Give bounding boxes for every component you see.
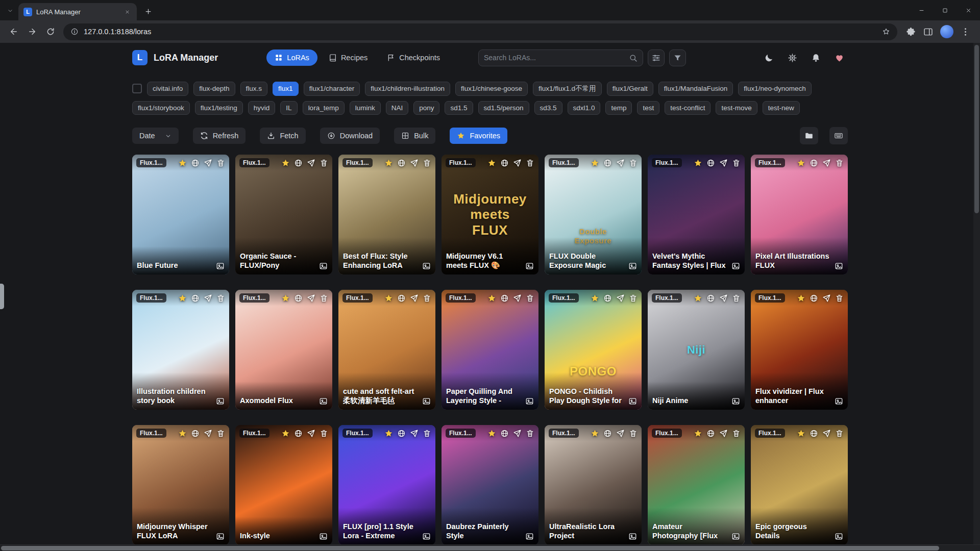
favorites-button[interactable]: Favorites <box>450 128 507 144</box>
tag-pill[interactable]: flux1/testing <box>195 101 243 115</box>
delete-lora-icon[interactable] <box>423 294 431 303</box>
civitai-link-icon[interactable] <box>810 159 818 167</box>
favorite-star-icon[interactable] <box>591 429 599 438</box>
civitai-link-icon[interactable] <box>603 429 612 438</box>
lora-card[interactable]: Flux.1... Daubrez Painterly Style <box>442 425 538 545</box>
delete-lora-icon[interactable] <box>216 159 225 167</box>
profile-avatar[interactable] <box>940 25 953 38</box>
lora-card[interactable]: Double Exposure Flux.1... FLUX Double Ex… <box>545 155 642 274</box>
civitai-link-icon[interactable] <box>500 429 509 438</box>
example-images-icon[interactable] <box>319 532 328 541</box>
favorite-star-icon[interactable] <box>487 159 496 167</box>
tag-pill[interactable]: pony <box>413 101 439 115</box>
civitai-link-icon[interactable] <box>603 294 612 303</box>
tag-pill[interactable]: flux.s <box>240 82 268 96</box>
example-images-icon[interactable] <box>835 262 843 270</box>
example-images-icon[interactable] <box>835 397 843 406</box>
send-lora-icon[interactable] <box>719 429 728 438</box>
example-images-icon[interactable] <box>422 532 431 541</box>
civitai-link-icon[interactable] <box>810 294 818 303</box>
tag-pill[interactable]: flux1/neo-dynomech <box>738 82 812 96</box>
tag-pill[interactable]: test-move <box>716 101 757 115</box>
civitai-link-icon[interactable] <box>810 429 818 438</box>
filter-button[interactable] <box>669 49 686 66</box>
keyboard-shortcuts-button[interactable] <box>829 127 848 144</box>
example-images-icon[interactable] <box>835 532 843 541</box>
example-images-icon[interactable] <box>628 262 637 270</box>
delete-lora-icon[interactable] <box>423 159 431 167</box>
lora-card[interactable]: PONGO Flux.1... PONGO - Childish Play Do… <box>545 290 642 410</box>
delete-lora-icon[interactable] <box>216 429 225 438</box>
send-lora-icon[interactable] <box>513 159 522 167</box>
tag-pill[interactable]: flux1/Geralt <box>607 82 653 96</box>
delete-lora-icon[interactable] <box>526 429 534 438</box>
tag-pill[interactable]: NAI <box>386 101 409 115</box>
favorite-star-icon[interactable] <box>384 429 393 438</box>
vertical-scrollbar[interactable] <box>973 43 980 544</box>
example-images-icon[interactable] <box>628 397 637 406</box>
lora-card[interactable]: Flux.1... Illustration children story bo… <box>132 290 229 410</box>
send-lora-icon[interactable] <box>204 294 212 303</box>
tag-pill[interactable]: temp <box>605 101 632 115</box>
lora-card[interactable]: Flux.1... Paper Quilling And Layering St… <box>442 290 538 410</box>
tag-pill[interactable]: sd1.5 <box>445 101 473 115</box>
lora-card[interactable]: Flux.1... Organic Sauce - FLUX/Pony <box>235 155 332 274</box>
tag-pill[interactable]: sd1.5/person <box>478 101 529 115</box>
delete-lora-icon[interactable] <box>423 429 431 438</box>
civitai-link-icon[interactable] <box>397 159 406 167</box>
minimize-button[interactable] <box>910 0 933 20</box>
favorite-star-icon[interactable] <box>487 429 496 438</box>
tag-pill[interactable]: flux1/storybook <box>132 101 190 115</box>
civitai-link-icon[interactable] <box>706 429 715 438</box>
example-images-icon[interactable] <box>216 262 225 270</box>
favorite-star-icon[interactable] <box>178 294 187 303</box>
support-button[interactable] <box>830 49 848 66</box>
send-lora-icon[interactable] <box>822 159 831 167</box>
nav-tab-recipes[interactable]: Recipes <box>321 49 376 66</box>
delete-lora-icon[interactable] <box>835 429 844 438</box>
favorite-star-icon[interactable] <box>591 294 599 303</box>
select-all-checkbox[interactable] <box>132 84 142 93</box>
civitai-link-icon[interactable] <box>191 429 200 438</box>
favorite-star-icon[interactable] <box>281 294 290 303</box>
search-icon[interactable] <box>629 54 638 62</box>
tag-pill[interactable]: hyvid <box>248 101 276 115</box>
delete-lora-icon[interactable] <box>320 294 328 303</box>
new-tab-button[interactable] <box>141 4 155 18</box>
civitai-link-icon[interactable] <box>706 294 715 303</box>
nav-tab-loras[interactable]: LoRAs <box>266 49 317 66</box>
address-bar[interactable]: 127.0.0.1:8188/loras <box>63 23 897 40</box>
send-lora-icon[interactable] <box>822 294 831 303</box>
tag-pill[interactable]: flux1 <box>273 82 299 96</box>
lora-card[interactable]: Flux.1... UltraRealistic Lora Project <box>545 425 642 545</box>
example-images-icon[interactable] <box>319 397 328 406</box>
example-images-icon[interactable] <box>731 397 740 406</box>
civitai-link-icon[interactable] <box>294 159 303 167</box>
example-images-icon[interactable] <box>319 262 328 270</box>
lora-card[interactable]: Flux.1... Pixel Art Illustrations FLUX <box>751 155 848 274</box>
send-lora-icon[interactable] <box>616 159 625 167</box>
lora-card[interactable]: Flux.1... Flux vividizer | Flux enhancer <box>751 290 848 410</box>
civitai-link-icon[interactable] <box>500 294 509 303</box>
theme-toggle-button[interactable] <box>760 49 777 66</box>
send-lora-icon[interactable] <box>616 429 625 438</box>
delete-lora-icon[interactable] <box>526 159 534 167</box>
download-button[interactable]: Download <box>320 128 380 144</box>
tag-pill[interactable]: flux1/flux1.d不常用 <box>533 82 602 96</box>
civitai-link-icon[interactable] <box>191 294 200 303</box>
civitai-link-icon[interactable] <box>500 159 509 167</box>
close-window-button[interactable] <box>957 0 980 20</box>
back-button[interactable] <box>5 23 22 40</box>
send-lora-icon[interactable] <box>719 159 728 167</box>
favorite-star-icon[interactable] <box>178 429 187 438</box>
civitai-link-icon[interactable] <box>294 429 303 438</box>
tag-pill[interactable]: flux1/chinese-goose <box>455 82 528 96</box>
civitai-link-icon[interactable] <box>706 159 715 167</box>
favorite-star-icon[interactable] <box>178 159 187 167</box>
search-options-button[interactable] <box>648 49 665 66</box>
example-images-icon[interactable] <box>628 532 637 541</box>
favorite-star-icon[interactable] <box>694 159 702 167</box>
example-images-icon[interactable] <box>525 262 534 270</box>
send-lora-icon[interactable] <box>616 294 625 303</box>
send-lora-icon[interactable] <box>513 429 522 438</box>
